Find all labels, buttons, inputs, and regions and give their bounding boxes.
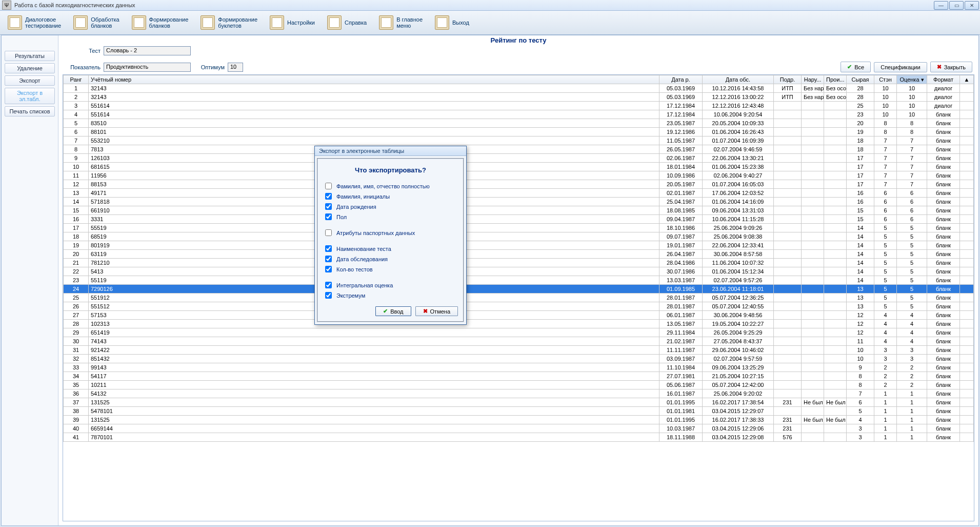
sidebar-item-0[interactable]: Результаты <box>5 51 55 61</box>
checkbox[interactable] <box>325 266 332 272</box>
table-row[interactable]: 355161417.12.198412.12.2016 12:43:482510… <box>64 102 974 110</box>
toolbar-button-4[interactable]: Настройки <box>265 12 319 33</box>
export-option-3[interactable]: Пол <box>323 212 458 222</box>
table-row[interactable]: 40665914410.03.198703.04.2015 12:29:0623… <box>64 424 974 433</box>
column-header[interactable]: Оценка ▾ <box>897 75 927 84</box>
table-row[interactable]: 1068161518.01.198401.06.2004 15:23:38177… <box>64 163 974 171</box>
toolbar-button-7[interactable]: Выход <box>430 12 474 33</box>
column-header[interactable]: Прои... <box>824 75 847 84</box>
checkbox[interactable] <box>325 282 332 288</box>
table-row[interactable]: 175551918.10.198625.06.2004 9:09:261455б… <box>64 224 974 232</box>
select-all-button[interactable]: ✔ Все <box>841 62 871 72</box>
toolbar-button-1[interactable]: Обработка бланков <box>69 12 124 33</box>
table-cell: 7 <box>897 163 927 171</box>
indicator-field[interactable]: Продуктивность <box>104 63 191 72</box>
close-button[interactable]: ✖ Закрыть <box>930 62 972 72</box>
table-row[interactable]: 2965141929.11.198426.05.2004 9:25:291244… <box>64 328 974 337</box>
table-row[interactable]: 307414321.02.198727.05.2004 8:43:371144б… <box>64 337 974 346</box>
table-row[interactable]: 755321011.05.198701.07.2004 16:09:391877… <box>64 136 974 145</box>
checkbox[interactable] <box>325 193 332 200</box>
column-header[interactable]: Подр. <box>774 75 802 84</box>
table-row[interactable]: 345411727.07.198121.05.2004 10:27:15822б… <box>64 372 974 381</box>
table-row[interactable]: 1566191018.08.198509.06.2004 13:31:03156… <box>64 206 974 215</box>
maximize-button[interactable]: ▭ <box>949 1 964 10</box>
toolbar-button-5[interactable]: Справка <box>323 12 371 33</box>
column-header[interactable]: Нару... <box>802 75 824 84</box>
minimize-button[interactable]: — <box>934 1 948 10</box>
checkbox[interactable] <box>325 183 332 189</box>
sidebar-item-1[interactable]: Удаление <box>5 63 55 73</box>
table-row[interactable]: 8781326.05.198702.07.2004 9:46:591877бла… <box>64 145 974 154</box>
table-row[interactable]: 186851909.07.198725.06.2004 9:08:381455б… <box>64 232 974 241</box>
table-row[interactable]: 339914311.10.198409.06.2004 13:25:29922б… <box>64 363 974 372</box>
dialog-ok-button[interactable]: ✔ Ввод <box>375 306 411 316</box>
table-row[interactable]: 111195610.09.198602.06.2004 9:40:271777б… <box>64 171 974 180</box>
column-header[interactable]: Учётный номер <box>89 75 659 84</box>
table-row[interactable]: 235511913.03.198702.07.2004 9:57:261455б… <box>64 276 974 285</box>
column-header[interactable]: Ранг <box>64 75 89 84</box>
table-row[interactable]: 3285143203.09.198702.07.2004 9:57:591033… <box>64 355 974 363</box>
table-row[interactable]: 351021105.06.198705.07.2004 12:42:00822б… <box>64 381 974 389</box>
sidebar-item-2[interactable]: Экспорт <box>5 75 55 86</box>
specifications-button[interactable]: Спецификации <box>874 62 927 72</box>
checkbox[interactable] <box>325 203 332 210</box>
table-row[interactable]: 1457181825.04.198701.06.2004 14:16:09166… <box>64 198 974 206</box>
table-row[interactable]: 3913152501.01.199516.02.2017 17:38:33231… <box>64 416 974 424</box>
checkbox[interactable] <box>325 213 332 220</box>
export-option-0[interactable]: Фамилия, имя, отчество полностью <box>323 181 458 191</box>
export-option-9[interactable]: Экстремум <box>323 290 458 300</box>
table-row[interactable]: 2655151228.01.198705.07.2004 12:40:55135… <box>64 302 974 311</box>
table-row[interactable]: 455161417.12.198410.06.2004 9:20:5423101… <box>64 110 974 119</box>
table-row[interactable]: 16333109.04.198710.06.2004 11:15:281566б… <box>64 215 974 224</box>
table-row[interactable]: 38547810101.01.198103.04.2015 12:29:0751… <box>64 407 974 416</box>
column-header[interactable]: Стэн <box>874 75 897 84</box>
table-row[interactable]: 3192142211.11.198729.06.2004 10:46:02103… <box>64 346 974 355</box>
table-row[interactable]: 13214305.03.196910.12.2016 14:43:58ИТПБе… <box>64 84 974 93</box>
column-header[interactable]: Формат <box>927 75 960 84</box>
table-row[interactable]: 128815320.05.198701.07.2004 16:05:031777… <box>64 180 974 189</box>
table-row[interactable]: 2555191228.01.198705.07.2004 12:36:25135… <box>64 294 974 302</box>
export-option-5[interactable]: Наименование теста <box>323 244 458 253</box>
export-option-7[interactable]: Кол-во тестов <box>323 264 458 274</box>
table-row[interactable]: 912610302.06.198722.06.2004 13:30:211777… <box>64 154 974 163</box>
table-row[interactable]: 3713152501.01.199516.02.2017 17:38:54231… <box>64 398 974 407</box>
table-row[interactable]: 41787010118.11.198803.04.2015 12:29:0857… <box>64 433 974 442</box>
export-option-1[interactable]: Фамилия, инициалы <box>323 191 458 201</box>
checkbox[interactable] <box>325 229 332 236</box>
toolbar-button-6[interactable]: В главное меню <box>374 12 427 33</box>
table-row[interactable]: 24729012601.09.198523.06.2004 11:18:0113… <box>64 285 974 294</box>
table-row[interactable]: 206311926.04.198730.06.2004 8:57:581455б… <box>64 250 974 259</box>
table-row[interactable]: 68810119.12.198601.06.2004 16:26:431988б… <box>64 128 974 136</box>
export-option-8[interactable]: Интегральная оценка <box>323 280 458 290</box>
export-option-6[interactable]: Дата обследования <box>323 254 458 264</box>
close-window-button[interactable]: ✕ <box>965 1 979 10</box>
sidebar-item-3[interactable]: Экспорт в эл.табл. <box>5 88 55 104</box>
table-row[interactable]: 275715306.01.198730.06.2004 9:48:561244б… <box>64 311 974 320</box>
table-row[interactable]: 58351023.05.198720.05.2004 10:09:332088б… <box>64 119 974 128</box>
checkbox[interactable] <box>325 245 332 252</box>
table-row[interactable]: 22541330.07.198601.06.2004 15:12:341455б… <box>64 267 974 276</box>
export-option-4[interactable]: Атрибуты паспортных данных <box>323 228 458 238</box>
toolbar-button-3[interactable]: Формирование буклетов <box>196 12 262 33</box>
table-row[interactable]: 1980191919.01.198722.06.2004 12:33:41145… <box>64 241 974 250</box>
table-row[interactable]: 365413216.01.198725.06.2004 9:20:02711бл… <box>64 389 974 398</box>
checkbox[interactable] <box>325 256 332 262</box>
table-row[interactable]: 2810231313.05.198719.05.2004 10:22:27124… <box>64 320 974 328</box>
table-cell: ИТП <box>774 93 802 102</box>
column-header[interactable]: Дата р. <box>659 75 703 84</box>
column-header[interactable]: Сырая <box>847 75 874 84</box>
column-header[interactable]: Дата обс. <box>703 75 774 84</box>
checkbox[interactable] <box>325 292 332 299</box>
table-row[interactable]: 134917102.01.198717.06.2004 12:03:521666… <box>64 189 974 198</box>
dialog-cancel-button[interactable]: ✖ Отмена <box>415 306 458 316</box>
optimum-field[interactable]: 10 <box>228 63 243 72</box>
results-grid[interactable]: РангУчётный номерДата р.Дата обс.Подр.На… <box>63 75 974 442</box>
test-field[interactable]: Словарь - 2 <box>104 46 191 55</box>
toolbar-button-0[interactable]: Диалоговое тестирование <box>3 12 66 33</box>
table-row[interactable]: 23214305.03.196912.12.2016 13:00:22ИТПБе… <box>64 93 974 102</box>
table-row[interactable]: 2178121028.04.198611.06.2004 10:07:32145… <box>64 259 974 267</box>
sidebar-item-4[interactable]: Печать списков <box>5 106 55 116</box>
grid-header-row[interactable]: РангУчётный номерДата р.Дата обс.Подр.На… <box>64 75 974 84</box>
export-option-2[interactable]: Дата рождения <box>323 202 458 211</box>
toolbar-button-2[interactable]: Формирование бланков <box>127 12 193 33</box>
